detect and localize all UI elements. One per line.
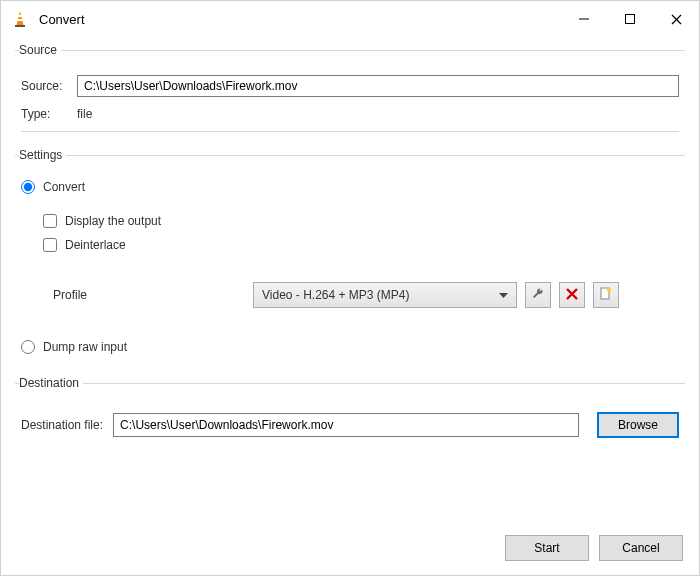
deinterlace-row[interactable]: Deinterlace (43, 238, 679, 252)
vlc-cone-icon (11, 10, 29, 28)
svg-rect-1 (18, 15, 22, 17)
cancel-button[interactable]: Cancel (599, 535, 683, 561)
deinterlace-label: Deinterlace (65, 238, 126, 252)
new-profile-button[interactable] (593, 282, 619, 308)
dump-radio[interactable] (21, 340, 35, 354)
destination-legend: Destination (19, 376, 83, 390)
dialog-footer: Start Cancel (1, 523, 699, 575)
source-row: Source: (21, 75, 679, 97)
source-divider (21, 131, 679, 132)
titlebar: Convert (1, 1, 699, 37)
browse-button[interactable]: Browse (597, 412, 679, 438)
start-button[interactable]: Start (505, 535, 589, 561)
dump-radio-row[interactable]: Dump raw input (21, 340, 679, 354)
display-output-row[interactable]: Display the output (43, 214, 679, 228)
delete-profile-button[interactable] (559, 282, 585, 308)
svg-point-12 (607, 287, 611, 291)
maximize-button[interactable] (607, 1, 653, 37)
source-input[interactable] (77, 75, 679, 97)
svg-rect-5 (626, 15, 635, 24)
settings-legend: Settings (19, 148, 66, 162)
window-title: Convert (39, 12, 85, 27)
x-icon (566, 288, 578, 303)
display-output-checkbox[interactable] (43, 214, 57, 228)
source-legend: Source (19, 43, 61, 57)
deinterlace-checkbox[interactable] (43, 238, 57, 252)
profile-selected-value: Video - H.264 + MP3 (MP4) (262, 288, 410, 302)
type-row: Type: file (21, 107, 679, 121)
destination-group: Destination Destination file: Browse (15, 376, 685, 448)
display-output-label: Display the output (65, 214, 161, 228)
close-button[interactable] (653, 1, 699, 37)
svg-marker-8 (499, 293, 508, 298)
source-label: Source: (21, 79, 77, 93)
convert-radio-label: Convert (43, 180, 85, 194)
type-label: Type: (21, 107, 77, 121)
destination-row: Destination file: Browse (21, 412, 679, 438)
convert-radio[interactable] (21, 180, 35, 194)
profile-select[interactable]: Video - H.264 + MP3 (MP4) (253, 282, 517, 308)
profile-row: Profile Video - H.264 + MP3 (MP4) (53, 282, 679, 308)
wrench-icon (531, 287, 545, 304)
destination-file-label: Destination file: (21, 418, 103, 432)
profile-label: Profile (53, 288, 253, 302)
type-value: file (77, 107, 92, 121)
minimize-button[interactable] (561, 1, 607, 37)
source-group: Source Source: Type: file (15, 43, 685, 142)
chevron-down-icon (499, 288, 508, 302)
svg-marker-0 (17, 11, 24, 25)
edit-profile-button[interactable] (525, 282, 551, 308)
new-file-icon (599, 287, 613, 304)
convert-dialog: Convert Source Source: Type: file (0, 0, 700, 576)
svg-rect-3 (15, 25, 25, 27)
window-controls (561, 1, 699, 37)
convert-radio-row[interactable]: Convert (21, 180, 679, 194)
svg-rect-2 (17, 19, 22, 21)
settings-group: Settings Convert Display the output Dein… (15, 148, 685, 370)
destination-file-input[interactable] (113, 413, 579, 437)
dump-radio-label: Dump raw input (43, 340, 127, 354)
